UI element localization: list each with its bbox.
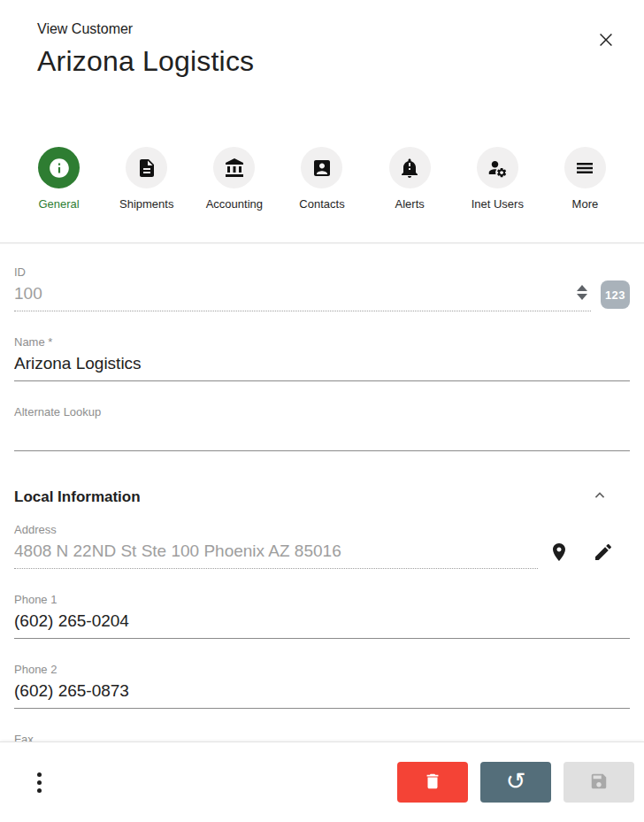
menu-icon	[564, 147, 606, 188]
name-input[interactable]	[14, 350, 630, 380]
address-label: Address	[14, 523, 630, 537]
map-pin-icon	[548, 542, 570, 565]
trash-icon	[423, 772, 442, 794]
tab-shipments[interactable]: Shipments	[103, 147, 190, 242]
floppy-disk-icon	[589, 772, 609, 794]
user-gear-icon	[477, 147, 518, 188]
tab-inet-users[interactable]: Inet Users	[454, 147, 541, 242]
rotate-left-icon: ↺	[506, 769, 526, 793]
info-icon	[38, 147, 80, 188]
number-spinner-icon	[573, 285, 591, 305]
collapse-section-button[interactable]	[591, 487, 609, 507]
close-icon	[596, 39, 616, 52]
id-input	[14, 280, 573, 311]
alternate-lookup-label: Alternate Lookup	[14, 405, 630, 419]
alternate-lookup-field: Alternate Lookup	[14, 405, 630, 451]
fax-label: Fax	[14, 733, 630, 741]
general-form: ID 123 Name * Alternate Lookup	[0, 242, 644, 741]
phone1-label: Phone 1	[14, 593, 630, 607]
delete-button[interactable]	[397, 762, 468, 803]
save-button[interactable]	[564, 762, 634, 803]
edit-pencil-icon	[593, 542, 614, 565]
address-input	[14, 537, 538, 568]
section-title: Local Information	[14, 488, 141, 506]
action-bar: ↺	[0, 741, 644, 822]
dialog-header: View Customer Arizona Logistics	[0, 0, 644, 133]
edit-address-button[interactable]	[593, 542, 614, 565]
phone2-field: Phone 2	[14, 663, 630, 709]
kebab-menu-icon	[37, 772, 42, 793]
alert-bell-icon	[389, 147, 431, 188]
refresh-button[interactable]: ↺	[480, 762, 551, 803]
numeric-field-badge: 123	[601, 280, 630, 309]
page-title: Arizona Logistics	[37, 45, 254, 78]
tab-more[interactable]: More	[541, 147, 629, 242]
id-field: ID 123	[14, 265, 630, 311]
fax-field: Fax	[14, 733, 630, 741]
name-field: Name *	[14, 335, 630, 381]
tab-accounting[interactable]: Accounting	[190, 147, 278, 242]
chevron-up-icon	[591, 494, 609, 507]
close-button[interactable]	[589, 23, 623, 59]
tab-contacts[interactable]: Contacts	[278, 147, 365, 242]
phone1-field: Phone 1	[14, 593, 630, 639]
address-field: Address	[14, 523, 630, 569]
more-actions-button[interactable]	[27, 764, 52, 802]
tab-general[interactable]: General	[15, 147, 103, 242]
dialog-subtitle: View Customer	[37, 21, 254, 37]
tab-alerts[interactable]: Alerts	[366, 147, 454, 242]
local-information-section-header: Local Information	[14, 487, 630, 507]
contact-card-icon	[301, 147, 342, 188]
map-pin-button[interactable]	[548, 542, 570, 565]
alternate-lookup-input[interactable]	[14, 419, 630, 450]
tab-bar: General Shipments Accounting Contacts Al…	[0, 133, 644, 242]
bank-icon	[213, 147, 255, 188]
phone2-label: Phone 2	[14, 663, 630, 677]
view-customer-dialog: View Customer Arizona Logistics General …	[0, 0, 644, 822]
name-label: Name *	[14, 335, 630, 350]
phone2-input[interactable]	[14, 677, 630, 708]
phone1-input[interactable]	[14, 607, 630, 638]
id-label: ID	[14, 265, 630, 280]
document-icon	[126, 147, 167, 188]
